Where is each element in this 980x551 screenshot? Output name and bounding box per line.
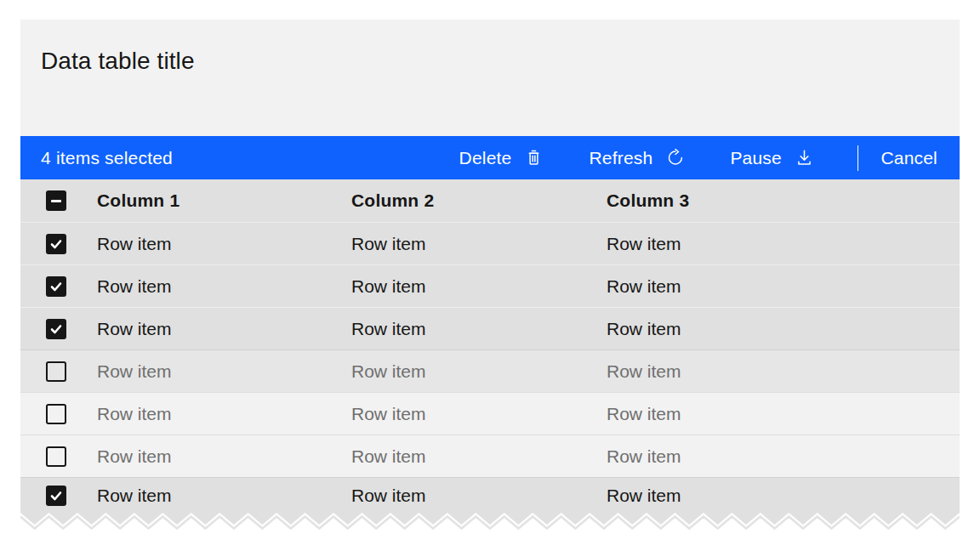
- table-row[interactable]: Row item Row item Row item: [20, 222, 960, 264]
- column-header: Column 1: [97, 190, 351, 211]
- table-cell: Row item: [97, 234, 351, 254]
- batch-actions: Delete Refresh: [413, 145, 960, 171]
- table-cell: Row item: [97, 486, 351, 506]
- table-cell: Row item: [351, 234, 607, 254]
- page-title: Data table title: [41, 48, 939, 75]
- table-cell: Row item: [607, 486, 960, 506]
- row-checkbox[interactable]: [46, 404, 66, 424]
- refresh-icon: [666, 149, 684, 167]
- table-cell: Row item: [607, 234, 960, 254]
- table-row[interactable]: Row item Row item Row item: [20, 307, 960, 349]
- row-checkbox[interactable]: [46, 486, 66, 506]
- table-cell: Row item: [351, 276, 607, 297]
- checkbox-cell: [20, 361, 97, 382]
- checkbox-cell: [20, 404, 97, 424]
- table-row[interactable]: Row item Row item Row item: [20, 264, 960, 307]
- refresh-button[interactable]: Refresh: [589, 148, 684, 168]
- table-cell: Row item: [97, 446, 351, 467]
- header-checkbox-cell: [20, 190, 97, 211]
- table-title-section: Data table title: [20, 20, 960, 136]
- table-cell: Row item: [351, 319, 607, 339]
- action-divider: [858, 145, 859, 171]
- checkbox-cell: [20, 446, 97, 467]
- row-checkbox[interactable]: [46, 319, 66, 339]
- download-icon: [795, 149, 813, 167]
- row-checkbox[interactable]: [46, 234, 66, 254]
- table-cell: Row item: [97, 276, 351, 297]
- cancel-button[interactable]: Cancel: [880, 148, 937, 168]
- checkbox-cell: [20, 234, 97, 254]
- table-row[interactable]: Row item Row item Row item: [20, 477, 960, 513]
- table-cell: Row item: [607, 276, 960, 297]
- table-cell: Row item: [607, 361, 960, 382]
- table-cell: Row item: [97, 319, 351, 339]
- select-all-checkbox[interactable]: [46, 190, 66, 211]
- cancel-button-label: Cancel: [880, 148, 937, 168]
- delete-button-label: Delete: [459, 148, 512, 168]
- trash-icon: [525, 149, 543, 167]
- selected-count-label: 4 items selected: [41, 148, 173, 168]
- batch-action-bar: 4 items selected Delete Refresh: [20, 136, 960, 179]
- row-checkbox[interactable]: [46, 276, 66, 297]
- table-row[interactable]: Row item Row item Row item: [20, 349, 960, 392]
- table-row[interactable]: Row item Row item Row item: [20, 392, 960, 435]
- table-cell: Row item: [351, 486, 607, 506]
- table-cell: Row item: [351, 404, 607, 424]
- column-header: Column 2: [351, 190, 607, 211]
- table-cell: Row item: [97, 361, 351, 382]
- checkbox-cell: [20, 486, 97, 506]
- table-cell: Row item: [607, 404, 960, 424]
- delete-button[interactable]: Delete: [459, 148, 544, 168]
- refresh-button-label: Refresh: [589, 148, 652, 168]
- row-checkbox[interactable]: [46, 446, 66, 467]
- torn-edge: [20, 513, 960, 531]
- pause-button[interactable]: Pause: [730, 148, 813, 168]
- data-table-widget: Data table title 4 items selected Delete: [20, 20, 960, 531]
- table-cell: Row item: [97, 404, 351, 424]
- table-row[interactable]: Row item Row item Row item: [20, 435, 960, 477]
- checkbox-cell: [20, 276, 97, 297]
- pause-button-label: Pause: [730, 148, 782, 168]
- table-cell: Row item: [351, 361, 607, 382]
- table-cell: Row item: [607, 446, 960, 467]
- table-header-row: Column 1 Column 2 Column 3: [20, 179, 960, 222]
- table-cell: Row item: [607, 319, 960, 339]
- column-header: Column 3: [607, 190, 960, 211]
- table-cell: Row item: [351, 446, 607, 467]
- checkbox-cell: [20, 319, 97, 339]
- row-checkbox[interactable]: [46, 361, 66, 382]
